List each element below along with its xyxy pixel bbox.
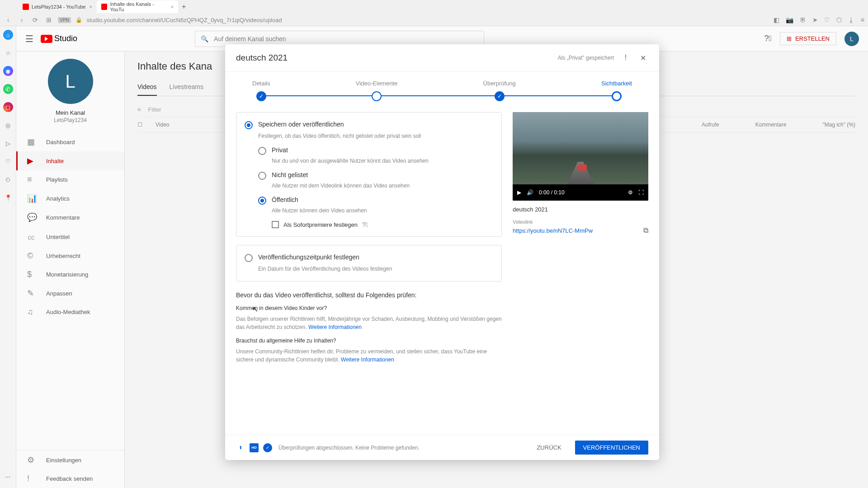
cube-icon[interactable]: ⬡ [836,16,842,23]
link-row: https://youtu.be/nN7LC-MmPw ⧉ [513,226,648,235]
radio-private[interactable]: Privat [258,146,493,155]
radio-icon [245,254,253,262]
help-question: Brauchst du allgemeine Hilfe zu Inhalten… [236,338,502,344]
opera-sidebar: ⌂ ☆ ◉ ✆ ◻ ◎ ▷ ♡ ⏲ 📍 ⋯ [0,26,16,488]
heart-icon[interactable]: ♡ [824,16,830,23]
upload-icon: ⬆ [236,443,245,452]
check-icon [495,91,505,101]
browser-chrome: LetsPlay1234 - YouTube × Inhalte des Kan… [0,0,868,26]
heart-sidebar-icon[interactable]: ♡ [3,156,13,166]
modal-footer: ⬆ HD ✓ Überprüfungen abgeschlossen. Kein… [225,435,659,460]
copy-icon[interactable]: ⧉ [643,226,648,235]
save-publish-desc: Festlegen, ob das Video öffentlich, nich… [258,132,493,140]
checkbox-icon [272,221,279,228]
lock-icon: 🔒 [75,17,82,23]
stepper: Details Video-Elemente Überprüfung Sicht… [225,72,659,112]
radio-public[interactable]: Öffentlich [258,196,493,205]
new-tab-button[interactable]: + [182,3,186,11]
more-icon[interactable]: ⋯ [3,472,13,482]
pin-icon[interactable]: 📍 [3,192,13,202]
more-info-link[interactable]: Weitere Informationen [308,324,362,330]
upload-modal: deutsch 2021 Als „Privat" gespeichert ! … [225,44,659,460]
radio-icon [258,147,266,155]
check-icon [256,91,266,101]
video-link[interactable]: https://youtu.be/nN7LC-MmPw [513,227,593,234]
publish-button[interactable]: VERÖFFENTLICHEN [575,441,648,455]
tab-title: Inhalte des Kanals - YouTu [110,1,167,12]
help-icon[interactable]: ?⃝ [362,221,368,228]
kids-text: Das Befolgen unserer Richtlinien hilft, … [236,315,502,331]
radio-icon [258,172,266,180]
hd-badge: HD [250,443,259,452]
forward-icon[interactable]: › [17,16,26,23]
modal-header: deutsch 2021 Als „Privat" gespeichert ! … [225,44,659,72]
whatsapp-icon[interactable]: ✆ [3,84,13,94]
reload-icon[interactable]: ⟳ [31,16,40,23]
volume-icon[interactable]: 🔊 [527,189,533,196]
radio-icon [245,121,253,129]
step-details[interactable]: Details [252,80,270,101]
home-icon[interactable]: ⌂ [3,30,13,40]
premiere-checkbox[interactable]: Als Sofortpremiere festlegen ?⃝ [272,221,493,228]
url-field[interactable]: studio.youtube.com/channel/UCocN6zQPHQZ_… [87,17,769,23]
history-icon[interactable]: ⏲ [3,174,13,184]
radio-schedule[interactable]: Veröffentlichungszeitpunkt festlegen [245,253,493,262]
settings-icon[interactable]: ⚙ [628,189,633,196]
play-icon[interactable]: ▶ [517,189,521,196]
play-icon[interactable]: ▷ [3,138,13,148]
video-preview: ▶ 🔊 0:00 / 0:10 ⚙ ⛶ [513,112,648,201]
help-text: Unsere Community-Richtlinien helfen dir,… [236,347,502,364]
link-label: Videolink [513,219,648,225]
camera-icon[interactable]: 📷 [786,16,793,23]
instagram-icon[interactable]: ◻ [3,102,13,112]
browser-tab-active[interactable]: Inhalte des Kanals - YouTu × [97,0,178,13]
youtube-favicon [23,4,29,10]
step-elements[interactable]: Video-Elemente [356,80,397,101]
footer-status-icons: ⬆ HD ✓ [236,443,272,452]
video-controls: ▶ 🔊 0:00 / 0:10 ⚙ ⛶ [513,184,648,201]
before-title: Bevor du das Video veröffentlichst, soll… [236,291,502,299]
radio-save-publish[interactable]: Speichern oder veröffentlichen [245,121,493,129]
video-time: 0:00 / 0:10 [539,189,565,196]
browser-tab[interactable]: LetsPlay1234 - YouTube × [18,0,97,13]
close-icon[interactable]: ✕ [637,52,648,63]
car-graphic [578,164,587,171]
modal-body: Speichern oder veröffentlichen Festlegen… [225,112,659,435]
modal-title: deutsch 2021 [236,53,288,63]
back-icon[interactable]: ‹ [4,16,13,23]
saved-status: Als „Privat" gespeichert [558,55,614,61]
address-bar: ‹ › ⟳ ⊞ VPN 🔒 studio.youtube.com/channel… [0,14,868,26]
send-icon[interactable]: ➤ [812,16,818,23]
preview-title: deutsch 2021 [513,206,648,213]
sidebar-toggle-icon[interactable]: ◧ [774,16,779,23]
save-publish-card: Speichern oder veröffentlichen Festlegen… [236,112,502,237]
step-dot-current [612,91,622,101]
youtube-favicon [101,4,107,10]
messenger-icon[interactable]: ◉ [3,66,13,76]
step-line [266,95,618,96]
toolbar-icons: ◧ 📷 ⛨ ➤ ♡ ⬡ ⭳ ≡ [774,16,864,23]
radio-unlisted[interactable]: Nicht gelistet [258,171,493,180]
download-icon[interactable]: ⭳ [848,16,854,23]
modal-overlay: deutsch 2021 Als „Privat" gespeichert ! … [16,26,868,488]
apps-icon[interactable]: ⊞ [44,16,53,23]
tab-close-icon[interactable]: × [89,4,92,9]
kids-question: Kommen in diesem Video Kinder vor? [236,305,502,311]
bookmark-icon[interactable]: ☆ [3,48,13,58]
shield-icon[interactable]: ⛨ [800,16,806,23]
tab-title: LetsPlay1234 - YouTube [32,4,85,9]
menu-icon[interactable]: ≡ [861,16,864,23]
fullscreen-icon[interactable]: ⛶ [638,189,644,196]
tab-close-icon[interactable]: × [170,4,173,9]
vpn-badge[interactable]: VPN [58,17,71,23]
feedback-icon[interactable]: ! [620,52,631,63]
schedule-card: Veröffentlichungszeitpunkt festlegen Ein… [236,245,502,282]
compass-icon[interactable]: ◎ [3,120,13,130]
body-left: Speichern oder veröffentlichen Festlegen… [236,112,502,427]
step-review[interactable]: Überprüfung [483,80,516,101]
back-button[interactable]: ZURÜCK [528,441,569,455]
step-visibility[interactable]: Sichtbarkeit [601,80,632,101]
video-thumbnail[interactable] [513,112,648,184]
step-dot [372,91,382,101]
more-info-link[interactable]: Weitere Informationen [341,357,394,363]
